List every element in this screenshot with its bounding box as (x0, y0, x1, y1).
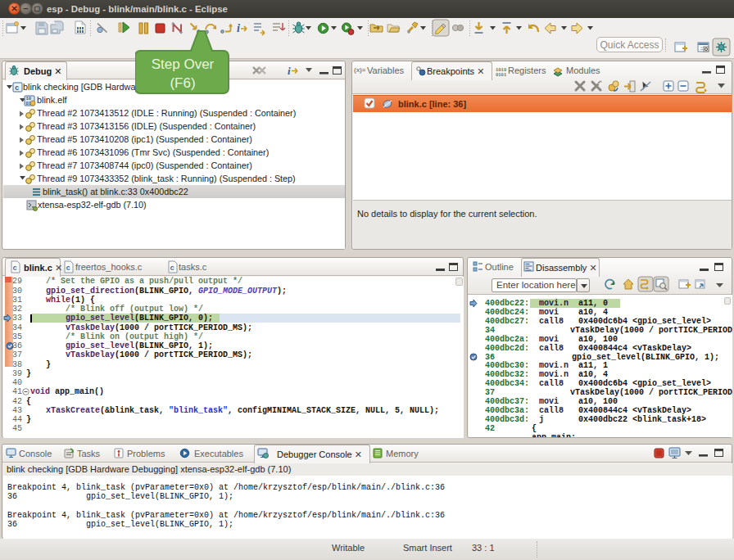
svg-text:Step Over: Step Over (152, 56, 215, 72)
svg-text:i: i (237, 22, 240, 34)
svg-text:i: i (288, 65, 291, 77)
svg-text:c: c (170, 264, 174, 273)
svg-text:0101: 0101 (496, 72, 507, 78)
svg-text:(x)=: (x)= (354, 66, 366, 74)
svg-text:c: c (66, 264, 70, 273)
svg-text:(F6): (F6) (170, 75, 195, 91)
svg-text:c: c (15, 84, 19, 93)
svg-text:c: c (13, 264, 17, 273)
